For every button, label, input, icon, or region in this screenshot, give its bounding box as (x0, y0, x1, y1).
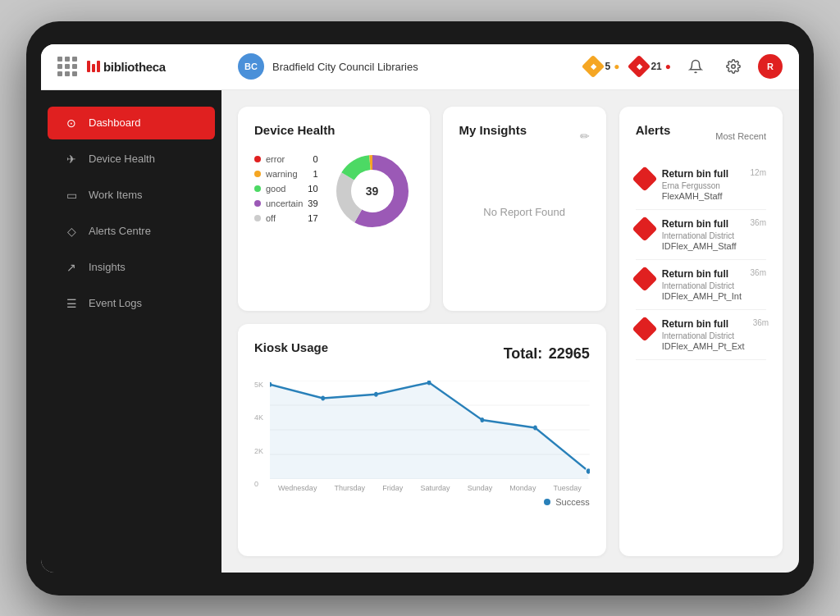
no-report-area: No Report Found (459, 163, 590, 262)
work-items-icon: ▭ (64, 189, 79, 202)
no-report-text: No Report Found (483, 206, 565, 218)
my-insights-card: My Insights ✏ No Report Found (443, 107, 606, 311)
logo-area: bibliotheca (57, 57, 238, 76)
alert-time: 12m (751, 168, 766, 201)
sidebar-label-insights: Insights (89, 261, 126, 273)
sidebar-item-device-health[interactable]: ✈ Device Health (48, 143, 215, 176)
chart-legend-success: Success (555, 497, 590, 507)
alert-time: 36m (751, 218, 766, 251)
sidebar-label-work-items: Work Items (89, 189, 143, 201)
y-label-4k: 4K (254, 413, 263, 422)
y-label-0: 0 (254, 480, 263, 488)
device-legend: error 0 warning 1 good 10 (254, 154, 318, 228)
alert-diamond-icon (632, 266, 657, 291)
svg-point-17 (533, 425, 537, 430)
svg-point-13 (321, 395, 325, 400)
alerts-centre-icon: ◇ (64, 225, 79, 238)
logo-name: bibliotheca (103, 60, 166, 74)
legend-error: error 0 (254, 154, 318, 164)
alert-title: Return bin full (662, 168, 742, 180)
header-right: ◆ 5 ● ◆ 21 ● (585, 53, 783, 80)
donut-chart: 39 (331, 150, 413, 232)
main-content: Device Health error 0 warning 1 (221, 90, 799, 573)
x-label-thursday: Thursday (335, 484, 366, 492)
sidebar-item-insights[interactable]: ↗ Insights (48, 251, 215, 284)
y-label-2k: 2K (254, 447, 263, 455)
alert-diamond-icon (632, 216, 657, 241)
alerts-card: Alerts Most Recent Return bin full Erna … (619, 107, 783, 556)
svg-point-0 (732, 65, 736, 69)
sidebar-label-event-logs: Event Logs (89, 297, 142, 309)
x-label-monday: Monday (509, 484, 536, 492)
device-health-icon: ✈ (64, 153, 79, 166)
alerts-list: Return bin full Erna Fergusson FlexAMH_S… (636, 160, 766, 360)
sidebar-item-event-logs[interactable]: ☰ Event Logs (48, 287, 215, 320)
library-name: Bradfield City Council Libraries (272, 61, 418, 73)
settings-button[interactable] (720, 53, 746, 80)
alerts-title: Alerts (636, 123, 671, 137)
insights-icon: ↗ (64, 261, 79, 274)
alert-title: Return bin full (662, 268, 742, 280)
alert-item: Return bin full International District I… (636, 260, 766, 310)
event-logs-icon: ☰ (64, 297, 79, 310)
y-label-5k: 5K (254, 381, 263, 389)
alert-sub: International District (662, 331, 745, 340)
device-health-card: Device Health error 0 warning 1 (238, 107, 430, 311)
alert-sub: International District (662, 231, 742, 240)
alert-station: IDFlex_AMH_Staff (662, 241, 742, 251)
legend-off: off 17 (254, 213, 318, 223)
alert-title: Return bin full (662, 318, 745, 330)
x-label-friday: Friday (382, 484, 403, 492)
user-avatar[interactable]: R (758, 54, 783, 79)
my-insights-title: My Insights (459, 123, 527, 137)
device-health-title: Device Health (254, 123, 413, 137)
svg-point-18 (586, 468, 590, 474)
legend-warning: warning 1 (254, 169, 318, 179)
x-label-sunday: Sunday (468, 484, 493, 492)
grid-icon[interactable] (57, 57, 77, 76)
alert-station: IDFlex_AMH_Pt_Ext (662, 341, 745, 351)
x-label-saturday: Saturday (420, 484, 450, 492)
alert-item: Return bin full International District I… (636, 210, 766, 260)
legend-good: good 10 (254, 184, 318, 194)
library-avatar: BC (238, 53, 264, 80)
sidebar-label-dashboard: Dashboard (89, 116, 141, 129)
kiosk-usage-card: Kiosk Usage Total: 22965 5K 4K 2K 0 (238, 324, 606, 556)
yellow-alert-badge[interactable]: ◆ 5 ● (585, 58, 619, 75)
red-alert-badge[interactable]: ◆ 21 ● (631, 58, 671, 75)
alert-title: Return bin full (662, 218, 742, 230)
alert-time: 36m (753, 318, 769, 351)
header-center: BC Bradfield City Council Libraries (238, 53, 585, 80)
sidebar-label-alerts-centre: Alerts Centre (89, 225, 151, 237)
alert-item: Return bin full International District I… (636, 310, 766, 360)
kiosk-total: Total: 22965 (500, 345, 590, 363)
x-label-tuesday: Tuesday (554, 484, 582, 492)
sidebar: ⊙ Dashboard ✈ Device Health ▭ Work Items… (41, 90, 221, 573)
alert-sub: International District (662, 281, 742, 290)
svg-point-14 (374, 391, 378, 396)
sidebar-item-alerts-centre[interactable]: ◇ Alerts Centre (48, 215, 215, 248)
sidebar-item-work-items[interactable]: ▭ Work Items (48, 179, 215, 212)
svg-marker-11 (270, 382, 588, 479)
alert-diamond-icon (632, 166, 657, 191)
svg-point-16 (480, 418, 484, 422)
alert-sub: Erna Fergusson (662, 181, 742, 190)
kiosk-chart (270, 381, 590, 479)
alert-item: Return bin full Erna Fergusson FlexAMH_S… (636, 160, 766, 210)
sidebar-label-device-health: Device Health (89, 153, 155, 165)
logo: bibliotheca (87, 60, 166, 74)
alert-time: 36m (751, 268, 766, 301)
alerts-sort-button[interactable]: Most Recent (715, 131, 766, 141)
alert-station: FlexAMH_Staff (662, 191, 742, 201)
sidebar-item-dashboard[interactable]: ⊙ Dashboard (48, 107, 215, 139)
legend-uncertain: uncertain 39 (254, 198, 318, 208)
notification-bell-button[interactable] (682, 53, 709, 80)
alert-diamond-icon (632, 316, 657, 341)
alert-station: IDFlex_AMH_Pt_Int (662, 291, 742, 301)
edit-icon[interactable]: ✏ (580, 130, 590, 143)
kiosk-usage-title: Kiosk Usage (254, 340, 328, 354)
x-label-wednesday: Wednesday (278, 484, 317, 492)
dashboard-icon: ⊙ (64, 116, 79, 130)
donut-center-value: 39 (366, 185, 379, 198)
